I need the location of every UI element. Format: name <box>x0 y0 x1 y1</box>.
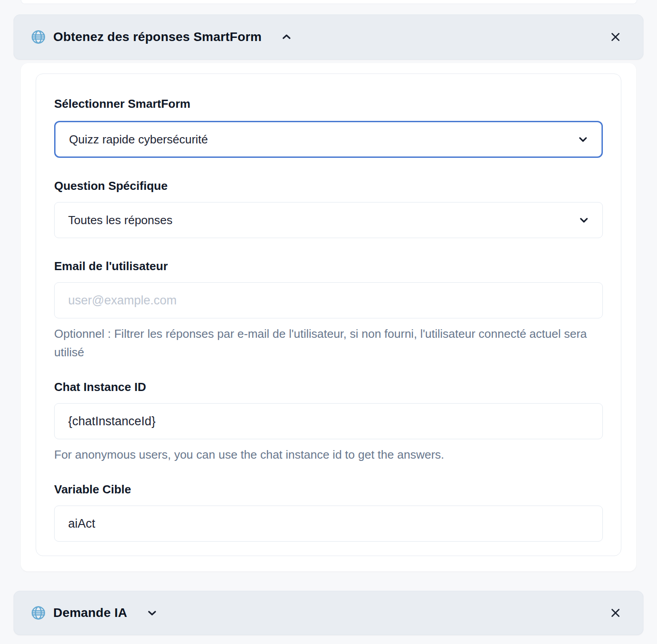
demande-ia-header-title: Demande IA <box>53 606 127 620</box>
smartform-form: Sélectionner SmartForm Quizz rapide cybe… <box>36 74 621 556</box>
question-select[interactable]: Toutes les réponses <box>54 202 603 238</box>
select-smartform-label: Sélectionner SmartForm <box>54 97 603 111</box>
globe-icon <box>30 29 46 45</box>
collapse-button[interactable] <box>279 29 294 45</box>
previous-card-remnant <box>21 0 637 4</box>
expand-button[interactable] <box>144 605 160 621</box>
close-icon <box>609 30 622 44</box>
email-label: Email de l'utilisateur <box>54 259 603 273</box>
question-select-value: Toutes les réponses <box>68 213 172 227</box>
smartform-header[interactable]: Obtenez des réponses SmartForm <box>14 14 643 60</box>
chevron-down-icon <box>146 607 158 619</box>
smartform-header-title: Obtenez des réponses SmartForm <box>53 30 262 44</box>
question-label: Question Spécifique <box>54 179 603 193</box>
close-button[interactable] <box>607 28 624 46</box>
chevron-up-icon <box>281 31 292 43</box>
demande-ia-header[interactable]: Demande IA <box>14 591 643 635</box>
email-input[interactable] <box>54 282 603 318</box>
smartform-select-value: Quizz rapide cybersécurité <box>69 133 208 147</box>
close-button[interactable] <box>607 604 624 621</box>
chevron-down-icon <box>576 133 590 146</box>
smartform-panel-body: Sélectionner SmartForm Quizz rapide cybe… <box>21 63 636 571</box>
variable-cible-input[interactable] <box>54 506 603 542</box>
globe-icon <box>30 605 46 621</box>
chevron-down-icon <box>577 213 591 227</box>
smartform-select[interactable]: Quizz rapide cybersécurité <box>54 121 603 158</box>
chat-instance-helper-text: For anonymous users, you can use the cha… <box>54 446 591 464</box>
close-icon <box>609 606 622 620</box>
chat-instance-label: Chat Instance ID <box>54 380 603 394</box>
email-helper-text: Optionnel : Filtrer les réponses par e-m… <box>54 325 591 362</box>
chat-instance-input[interactable] <box>54 403 603 439</box>
variable-cible-label: Variable Cible <box>54 482 603 497</box>
